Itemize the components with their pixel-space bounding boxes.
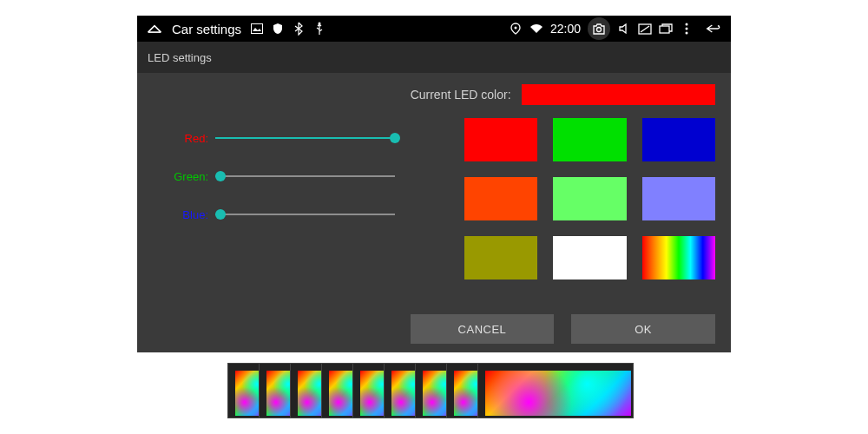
- shield-icon: [270, 21, 286, 36]
- current-color-row: Current LED color:: [411, 82, 715, 108]
- app-title: Car settings: [172, 22, 241, 36]
- svg-line-6: [641, 26, 649, 32]
- swatch-lightgreen[interactable]: [553, 177, 626, 220]
- svg-point-3: [514, 27, 516, 30]
- button-row: CANCEL OK: [411, 304, 715, 344]
- app-body: LED settings Red: Green:: [137, 42, 731, 352]
- swatch-white[interactable]: [553, 236, 626, 279]
- home-icon[interactable]: [147, 21, 162, 36]
- page-title: LED settings: [137, 42, 731, 73]
- camera-button[interactable]: [588, 17, 610, 40]
- device-screen: Car settings 22:00: [137, 16, 731, 352]
- swatch-grid: [411, 118, 715, 279]
- image-icon: [249, 21, 265, 36]
- color-panel: Current LED color: CANCEL OK: [411, 73, 731, 352]
- swatch-orange[interactable]: [464, 177, 537, 220]
- slider-green-label: Green:: [161, 170, 215, 183]
- current-color-swatch: [522, 84, 715, 105]
- status-bar: Car settings 22:00: [137, 16, 731, 42]
- ok-button[interactable]: OK: [571, 314, 715, 344]
- slider-green-track[interactable]: [215, 166, 395, 187]
- content-area: Red: Green: Blue:: [137, 73, 731, 352]
- recent-apps-icon[interactable]: [658, 21, 674, 36]
- swatch-blue[interactable]: [642, 118, 715, 161]
- location-icon: [508, 21, 523, 36]
- bluetooth-icon: [291, 21, 306, 36]
- slider-red-track[interactable]: [215, 128, 395, 148]
- svg-rect-1: [252, 24, 263, 34]
- slider-blue-track[interactable]: [215, 204, 395, 225]
- cancel-button[interactable]: CANCEL: [411, 314, 555, 344]
- slider-red: Red:: [161, 122, 395, 155]
- svg-rect-7: [660, 26, 669, 33]
- swatch-olive[interactable]: [464, 236, 537, 279]
- svg-point-4: [597, 27, 602, 31]
- clock: 22:00: [550, 22, 581, 36]
- more-icon[interactable]: [679, 21, 694, 36]
- thumbnail-strip: [227, 363, 641, 424]
- svg-point-10: [686, 32, 688, 35]
- wifi-icon: [529, 21, 544, 36]
- svg-point-9: [686, 28, 688, 30]
- back-icon[interactable]: [706, 21, 721, 36]
- swatch-violet[interactable]: [642, 177, 715, 220]
- sliders-panel: Red: Green: Blue:: [137, 73, 411, 352]
- slider-blue-label: Blue:: [161, 208, 215, 221]
- slider-red-label: Red:: [161, 132, 215, 145]
- swatch-green[interactable]: [553, 118, 626, 161]
- slider-green: Green:: [161, 160, 395, 193]
- volume-icon[interactable]: [616, 21, 632, 36]
- current-color-label: Current LED color:: [411, 88, 511, 102]
- swatch-rainbow[interactable]: [642, 236, 715, 279]
- slider-blue: Blue:: [161, 198, 395, 231]
- thumb-9[interactable]: [477, 363, 634, 418]
- svg-point-8: [686, 23, 688, 26]
- screen-off-icon[interactable]: [637, 21, 653, 36]
- swatch-red[interactable]: [464, 118, 537, 161]
- svg-point-2: [319, 23, 321, 25]
- usb-icon: [312, 21, 327, 36]
